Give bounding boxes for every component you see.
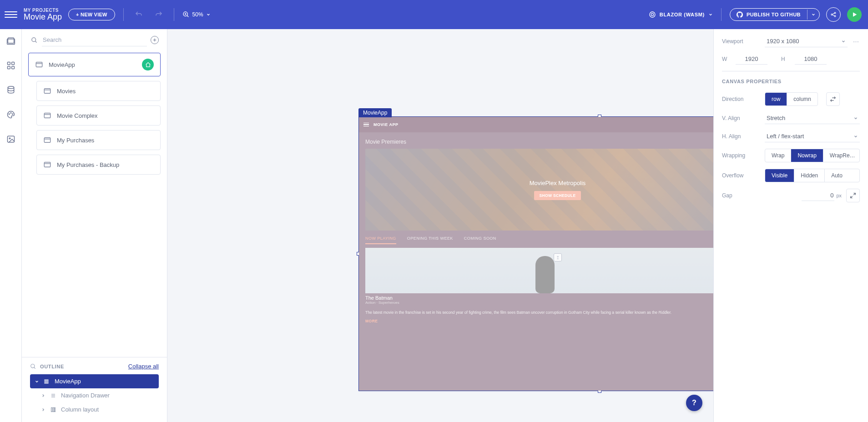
rail-data-button[interactable]: [5, 85, 16, 95]
link-gap-button[interactable]: [846, 189, 860, 202]
outline-node-column[interactable]: Column layout: [30, 402, 159, 417]
overflow-label: Overflow: [722, 172, 760, 179]
share-button[interactable]: [826, 7, 841, 22]
valign-label: V. Align: [722, 115, 760, 121]
svg-point-24: [31, 37, 35, 41]
expand-icon: [850, 192, 856, 199]
view-item-movies[interactable]: Movies: [36, 81, 161, 101]
publish-dropdown-button[interactable]: [807, 10, 819, 20]
design-canvas[interactable]: MovieApp MOVIE APP ⌕ ♡ ☺: [167, 29, 713, 422]
gap-input[interactable]: [802, 190, 834, 201]
project-title-block: MY PROJECTS Movie App: [24, 8, 62, 22]
view-item-my-purchases[interactable]: My Purchases: [36, 130, 161, 150]
collapse-all-link[interactable]: Collapse all: [128, 363, 159, 370]
more-icon[interactable]: ⋯: [852, 38, 860, 45]
outline-node-navdrawer[interactable]: Navigation Drawer: [30, 388, 159, 402]
zoom-in-icon: [182, 11, 190, 18]
overflow-hidden-option[interactable]: Hidden: [794, 169, 824, 182]
blazor-icon: [649, 11, 656, 18]
swap-axis-button[interactable]: [826, 92, 840, 106]
svg-line-9: [833, 13, 835, 14]
swap-icon: [830, 96, 836, 102]
rail-components-button[interactable]: [5, 60, 16, 71]
svg-rect-15: [11, 62, 14, 65]
palette-icon: [6, 110, 15, 119]
canvas-frame[interactable]: MOVIE APP ⌕ ♡ ☺ Movie Premieres MoviePle…: [358, 116, 713, 391]
view-label: Movies: [57, 88, 76, 95]
svg-line-25: [35, 41, 36, 42]
platform-dropdown[interactable]: BLAZOR (WASM): [649, 11, 713, 18]
view-item-movieapp[interactable]: MovieApp: [28, 53, 161, 76]
properties-panel: Viewport 1920 x 1080 ⋯ W H CANVAS PROPER…: [713, 29, 868, 422]
zoom-control[interactable]: 50%: [182, 11, 211, 18]
search-input[interactable]: [42, 34, 147, 46]
tool-rail: [0, 29, 22, 422]
chevron-down-icon: [853, 116, 858, 121]
preview-tab-now: NOW PLAYING: [365, 236, 396, 244]
halign-value: Left / flex-start: [767, 133, 804, 140]
direction-label: Direction: [722, 96, 760, 102]
valign-select[interactable]: Stretch: [765, 112, 860, 124]
view-icon: [43, 136, 51, 144]
viewport-select[interactable]: 1920 x 1080: [765, 35, 848, 47]
selection-badge: MovieApp: [358, 108, 392, 117]
overflow-visible-option[interactable]: Visible: [765, 169, 794, 182]
view-item-movie-complex[interactable]: Movie Complex: [36, 106, 161, 126]
image-icon: [6, 135, 15, 144]
preview-more-link: MORE: [365, 319, 378, 323]
search-icon: [30, 36, 38, 44]
project-name[interactable]: Movie App: [24, 13, 62, 22]
toolbar-separator: [123, 8, 124, 21]
outline-node-root[interactable]: MovieApp: [30, 374, 159, 388]
svg-rect-40: [45, 380, 45, 383]
publish-button[interactable]: PUBLISH TO GITHUB: [730, 9, 807, 20]
overflow-auto-option[interactable]: Auto: [824, 169, 849, 182]
chevron-down-icon: [811, 12, 816, 17]
wrapping-label: Wrapping: [722, 152, 760, 159]
redo-button[interactable]: [152, 8, 166, 21]
rail-theme-button[interactable]: [5, 109, 16, 120]
width-input[interactable]: [736, 54, 767, 65]
halign-select[interactable]: Left / flex-start: [765, 131, 860, 142]
svg-line-50: [851, 196, 853, 198]
svg-rect-42: [47, 380, 48, 383]
nowrap-option[interactable]: Nowrap: [791, 149, 823, 162]
outline-node-label: MovieApp: [55, 378, 81, 385]
svg-point-21: [12, 114, 13, 115]
height-input[interactable]: [795, 54, 827, 65]
svg-rect-16: [7, 66, 10, 69]
rail-views-button[interactable]: [5, 35, 16, 46]
main-menu-button[interactable]: [5, 8, 17, 21]
left-panel: MovieApp Movies Movie Complex My Purchas…: [22, 29, 167, 422]
new-view-button[interactable]: + NEW VIEW: [68, 9, 115, 20]
undo-button[interactable]: [132, 8, 146, 21]
svg-line-39: [34, 367, 35, 368]
svg-rect-28: [36, 62, 42, 67]
svg-point-20: [10, 112, 11, 113]
play-icon: [851, 11, 858, 18]
chevron-down-icon: [206, 12, 211, 17]
view-item-my-purchases-backup[interactable]: My Purchases - Backup: [36, 155, 161, 175]
chevron-down-icon: [35, 379, 39, 384]
outline-node-label: Navigation Drawer: [61, 392, 110, 399]
wrapping-segment: Wrap Nowrap WrapRe…: [765, 149, 860, 162]
direction-column-option[interactable]: column: [787, 93, 818, 106]
help-button[interactable]: ?: [686, 395, 702, 411]
svg-point-19: [9, 114, 10, 115]
toolbar-separator: [174, 8, 174, 21]
view-icon: [35, 60, 43, 69]
direction-row-option[interactable]: row: [765, 93, 787, 106]
svg-line-3: [187, 15, 188, 17]
rail-assets-button[interactable]: [5, 134, 16, 145]
run-preview-button[interactable]: [847, 7, 862, 22]
svg-rect-32: [44, 113, 50, 118]
preview-section-title: Movie Premieres: [365, 139, 713, 145]
svg-rect-14: [7, 62, 10, 65]
wrap-option[interactable]: Wrap: [765, 149, 791, 162]
home-badge: [142, 59, 154, 70]
drawer-icon: [50, 392, 56, 399]
svg-rect-41: [46, 380, 47, 383]
add-view-button[interactable]: [151, 36, 159, 44]
wraprev-option[interactable]: WrapRe…: [823, 149, 860, 162]
column-layout-icon: [50, 407, 56, 413]
